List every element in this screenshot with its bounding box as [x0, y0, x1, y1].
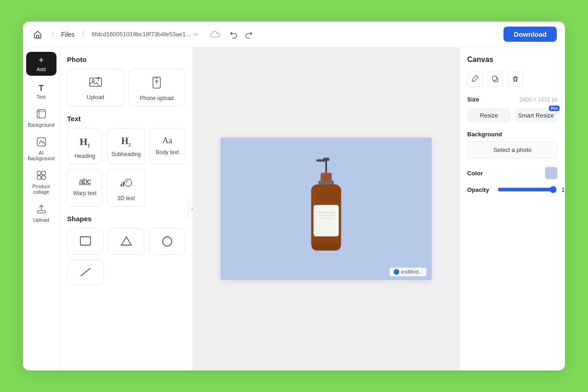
plus-icon: + — [39, 56, 44, 65]
body-text-card[interactable]: Aa Body text — [150, 128, 185, 164]
body-text-label: Body text — [156, 149, 179, 156]
phone-upload-icon — [152, 77, 162, 91]
sidebar-item-add[interactable]: + Add — [26, 52, 57, 76]
svg-rect-7 — [42, 176, 45, 179]
subheading-icon: H2 — [121, 136, 131, 147]
svg-rect-5 — [42, 171, 45, 175]
panel-collapse-button[interactable] — [188, 200, 193, 218]
svg-point-13 — [124, 179, 132, 186]
right-panel-title: Canvas — [467, 56, 558, 64]
svg-rect-9 — [90, 78, 102, 86]
delete-icon-button[interactable] — [508, 71, 523, 87]
svg-rect-14 — [80, 237, 90, 245]
shapes-section-title: Shapes — [67, 215, 185, 223]
opacity-slider[interactable] — [498, 186, 557, 193]
subheading-card[interactable]: H2 Subheading — [107, 128, 145, 164]
3d-text-icon: a — [120, 177, 132, 191]
color-swatch[interactable] — [545, 167, 558, 179]
right-panel: Canvas — [459, 47, 565, 370]
svg-rect-4 — [37, 171, 41, 175]
svg-rect-21 — [322, 174, 331, 180]
photo-section-title: Photo — [67, 56, 185, 63]
background-label: Background — [467, 131, 558, 138]
warp-text-card[interactable]: abc Warp text — [67, 169, 102, 207]
upload-card[interactable]: Upload — [67, 69, 124, 106]
triangle-icon — [120, 236, 132, 249]
svg-rect-26 — [317, 212, 335, 213]
watermark: 🔵 insMind... — [390, 268, 426, 276]
undo-button[interactable] — [227, 28, 239, 40]
color-label: Color — [467, 170, 483, 177]
svg-point-10 — [92, 80, 94, 82]
svg-rect-29 — [312, 243, 340, 250]
resize-row: Resize Smart Resize Pro — [467, 108, 558, 123]
heading-card[interactable]: H1 Heading — [67, 128, 102, 164]
opacity-label: Opacity — [467, 186, 493, 193]
background-icon — [36, 109, 46, 120]
svg-rect-31 — [492, 76, 497, 80]
svg-text:a: a — [120, 178, 126, 188]
3d-text-card[interactable]: a 3D text — [107, 169, 145, 207]
product-collage-icon — [36, 170, 46, 182]
phone-upload-card[interactable]: Phone upload — [129, 69, 186, 106]
line-card[interactable] — [67, 259, 103, 285]
svg-rect-25 — [314, 205, 339, 236]
subheading-label: Subheading — [111, 151, 141, 157]
opacity-value: 100 — [561, 186, 565, 193]
text-section-title: Text — [67, 115, 185, 123]
warp-text-label: Warp text — [73, 190, 96, 196]
sidebar-item-background[interactable]: Background — [26, 105, 57, 131]
canvas-content[interactable]: 🔵 insMind... — [220, 138, 432, 280]
color-row: Color — [467, 167, 558, 179]
files-breadcrumb[interactable]: Files — [61, 31, 75, 38]
heading-label: Heading — [74, 153, 95, 159]
pro-badge: Pro — [549, 106, 560, 111]
smart-resize-button[interactable]: Smart Resize Pro — [514, 108, 558, 123]
canvas-area: 🔵 insMind... — [193, 47, 459, 370]
rectangle-icon — [79, 236, 91, 249]
ai-background-icon — [36, 137, 46, 148]
resize-button[interactable]: Resize — [467, 108, 511, 123]
shapes-grid — [67, 228, 185, 285]
upload-photo-icon — [89, 77, 102, 90]
svg-rect-28 — [319, 218, 334, 219]
canvas-action-icons — [467, 71, 558, 87]
heading-icon: H1 — [79, 136, 90, 149]
circle-card[interactable] — [149, 228, 185, 255]
body-text-icon: Aa — [163, 136, 172, 146]
main-area: + Add T Text Background — [23, 47, 565, 370]
sidebar-item-text[interactable]: T Text — [26, 80, 57, 103]
phone-upload-label: Phone upload — [140, 95, 174, 101]
svg-line-16 — [81, 269, 90, 276]
photo-grid: Upload Phone upload — [67, 69, 185, 106]
redo-button[interactable] — [243, 28, 255, 40]
size-value: 2400 × 1601 px — [520, 96, 558, 103]
sidebar-item-product-collage[interactable]: Product collage — [26, 167, 57, 198]
circle-icon — [162, 236, 173, 250]
triangle-card[interactable] — [108, 228, 144, 255]
sidebar-item-upload[interactable]: Upload — [26, 200, 57, 226]
style-icon-button[interactable] — [467, 71, 483, 87]
size-label: Size — [467, 96, 479, 103]
topbar: / Files / 6fdcd160051019bc18f73b4fe53ae1… — [23, 22, 565, 47]
svg-rect-3 — [37, 138, 45, 146]
app-window: / Files / 6fdcd160051019bc18f73b4fe53ae1… — [23, 22, 565, 370]
svg-rect-8 — [37, 211, 45, 213]
download-button[interactable]: Download — [503, 27, 557, 42]
duplicate-icon-button[interactable] — [487, 71, 503, 87]
svg-point-15 — [163, 237, 172, 246]
svg-rect-19 — [317, 159, 326, 162]
svg-rect-27 — [318, 215, 334, 216]
svg-rect-0 — [37, 110, 45, 118]
svg-rect-18 — [325, 161, 327, 173]
filename-label: 6fdcd160051019bc18f73b4fe53ae1... — [92, 31, 199, 38]
sidebar-item-ai-background[interactable]: AI Background — [26, 133, 57, 165]
warp-text-icon: abc — [79, 177, 91, 186]
home-icon[interactable] — [31, 28, 44, 41]
text-icon: T — [39, 84, 44, 92]
text-grid: H1 Heading H2 Subheading Aa Body text ab… — [67, 128, 185, 207]
select-photo-button[interactable]: Select a photo — [467, 141, 558, 158]
rectangle-card[interactable] — [67, 228, 103, 255]
3d-text-label: 3D text — [117, 195, 135, 202]
icon-sidebar: + Add T Text Background — [23, 47, 60, 370]
